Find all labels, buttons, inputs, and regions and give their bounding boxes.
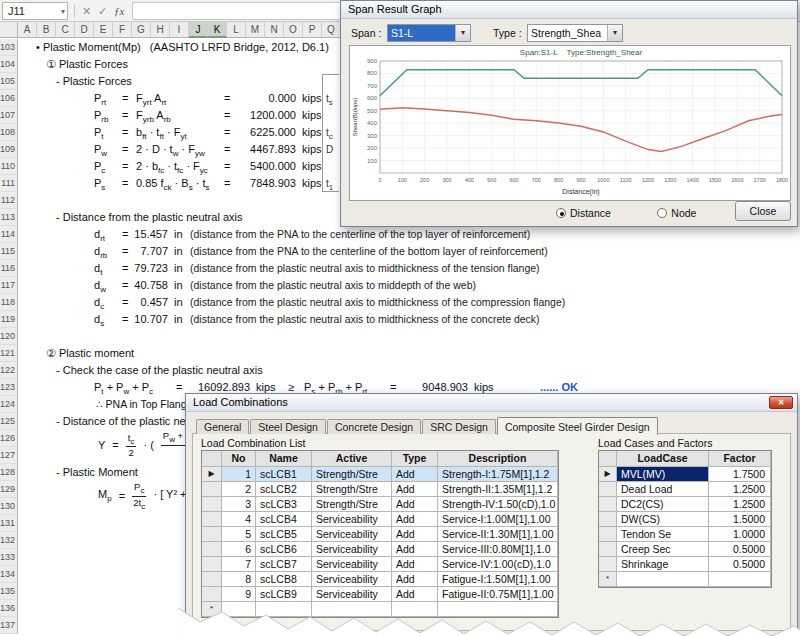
row-selector[interactable] xyxy=(202,572,222,587)
row-selector[interactable] xyxy=(202,527,222,542)
close-button[interactable]: Close xyxy=(735,201,791,221)
table-cell[interactable]: scLCB9 xyxy=(256,587,312,602)
row-selector[interactable] xyxy=(599,497,617,512)
sheet-row[interactable]: dc=0.457in(distance from the plastic neu… xyxy=(0,294,800,311)
column-header-Name[interactable]: Name xyxy=(256,451,312,467)
row-header-103[interactable]: 103 xyxy=(0,39,18,56)
table-cell[interactable]: Add xyxy=(392,527,438,542)
row-header-119[interactable]: 119 xyxy=(0,311,18,328)
table-cell[interactable]: 0.5000 xyxy=(709,542,771,557)
column-header-selector[interactable] xyxy=(202,451,222,467)
table-cell[interactable]: Strength/Stre xyxy=(312,497,392,512)
row-header-115[interactable]: 115 xyxy=(0,243,18,260)
table-cell[interactable]: DW(CS) xyxy=(617,512,709,527)
table-cell[interactable]: 1 xyxy=(222,467,256,482)
row-header-116[interactable]: 116 xyxy=(0,260,18,277)
row-header-124[interactable]: 124 xyxy=(0,396,18,413)
enter-icon[interactable]: ✓ xyxy=(98,3,107,19)
table-cell[interactable]: Serviceability xyxy=(312,572,392,587)
column-header-N[interactable]: N xyxy=(265,22,284,38)
row-selector[interactable] xyxy=(599,527,617,542)
table-cell[interactable]: Add xyxy=(392,512,438,527)
table-cell[interactable] xyxy=(312,602,392,617)
table-cell[interactable]: 2 xyxy=(222,482,256,497)
table-cell[interactable] xyxy=(256,602,312,617)
table-cell[interactable]: Strength-II:1.35M[1],1.2 xyxy=(438,482,558,497)
table-cell[interactable] xyxy=(222,602,256,617)
row-header-131[interactable]: 131 xyxy=(0,515,18,532)
row-header-129[interactable]: 129 xyxy=(0,481,18,498)
table-cell[interactable]: Shrinkage xyxy=(617,557,709,572)
table-cell[interactable]: Dead Load xyxy=(617,482,709,497)
column-header-Q[interactable]: Q xyxy=(322,22,341,38)
row-header-110[interactable]: 110 xyxy=(0,158,18,175)
table-cell[interactable]: Strength/Stre xyxy=(312,467,392,482)
row-header-132[interactable]: 132 xyxy=(0,532,18,549)
row-header-123[interactable]: 123 xyxy=(0,379,18,396)
table-cell[interactable]: Add xyxy=(392,572,438,587)
row-header-126[interactable]: 126 xyxy=(0,430,18,447)
row-selector[interactable]: * xyxy=(202,602,222,617)
table-cell[interactable]: Strength/Stre xyxy=(312,482,392,497)
table-cell[interactable] xyxy=(617,572,709,587)
lc-dialog-titlebar[interactable]: Load Combinations ✕ xyxy=(186,394,797,412)
table-cell[interactable]: 1.0000 xyxy=(709,527,771,542)
column-header-Description[interactable]: Description xyxy=(438,451,558,467)
row-header-125[interactable]: 125 xyxy=(0,413,18,430)
table-cell[interactable]: 5 xyxy=(222,527,256,542)
table-cell[interactable]: 1.5000 xyxy=(709,512,771,527)
table-cell[interactable]: Serviceability xyxy=(312,512,392,527)
tab-concrete-design[interactable]: Concrete Design xyxy=(327,419,421,434)
table-cell[interactable]: Add xyxy=(392,587,438,602)
column-header-K[interactable]: K xyxy=(208,22,227,38)
row-header-120[interactable]: 120 xyxy=(0,328,18,345)
table-cell[interactable]: 1.7500 xyxy=(709,467,771,482)
table-cell[interactable]: DC2(CS) xyxy=(617,497,709,512)
row-selector[interactable]: ▶ xyxy=(202,467,222,482)
chevron-down-icon[interactable]: ▼ xyxy=(607,25,622,41)
table-cell[interactable]: Strength-I:1.75M[1],1.2 xyxy=(438,467,558,482)
table-cell[interactable]: 0.5000 xyxy=(709,557,771,572)
row-header-112[interactable]: 112 xyxy=(0,192,18,209)
row-header-117[interactable]: 117 xyxy=(0,277,18,294)
column-header-B[interactable]: B xyxy=(37,22,56,38)
tab-general[interactable]: General xyxy=(196,419,249,434)
row-selector[interactable]: ▶ xyxy=(599,467,617,482)
row-header-136[interactable]: 136 xyxy=(0,600,18,617)
column-header-No[interactable]: No xyxy=(222,451,256,467)
close-icon[interactable]: ✕ xyxy=(769,396,793,409)
column-header-H[interactable]: H xyxy=(151,22,170,38)
table-cell[interactable]: Serviceability xyxy=(312,527,392,542)
row-selector[interactable] xyxy=(599,512,617,527)
table-cell[interactable]: scLCB5 xyxy=(256,527,312,542)
row-selector[interactable]: * xyxy=(599,572,617,587)
table-cell[interactable]: Fatigue-II:0.75M[1],1.00 xyxy=(438,587,558,602)
row-header-118[interactable]: 118 xyxy=(0,294,18,311)
table-cell[interactable] xyxy=(709,572,771,587)
table-cell[interactable]: 8 xyxy=(222,572,256,587)
column-header-J[interactable]: J xyxy=(189,22,208,38)
table-cell[interactable]: Add xyxy=(392,482,438,497)
column-header-Factor[interactable]: Factor xyxy=(709,451,771,467)
row-header-122[interactable]: 122 xyxy=(0,362,18,379)
table-cell[interactable]: Add xyxy=(392,467,438,482)
table-cell[interactable]: Add xyxy=(392,542,438,557)
row-header-104[interactable]: 104 xyxy=(0,56,18,73)
sheet-row[interactable]: drb=7.707in(distance from the PNA to the… xyxy=(0,243,800,260)
table-cell[interactable]: scLCB4 xyxy=(256,512,312,527)
sheet-row[interactable]: ② Plastic moment xyxy=(0,345,800,362)
table-cell[interactable]: scLCB2 xyxy=(256,482,312,497)
row-selector[interactable] xyxy=(599,557,617,572)
table-cell[interactable]: scLCB6 xyxy=(256,542,312,557)
row-selector[interactable] xyxy=(202,512,222,527)
table-cell[interactable]: Service-III:0.80M[1],1.0 xyxy=(438,542,558,557)
row-selector[interactable] xyxy=(599,542,617,557)
tab-src-design[interactable]: SRC Design xyxy=(422,419,496,434)
span-combobox[interactable]: S1-L ▼ xyxy=(387,24,471,42)
table-cell[interactable]: Add xyxy=(392,497,438,512)
row-header-105[interactable]: 105 xyxy=(0,73,18,90)
sheet-row[interactable]: ds=10.707in(distance from the plastic ne… xyxy=(0,311,800,328)
column-header-E[interactable]: E xyxy=(94,22,113,38)
sheet-row[interactable]: drt=15.457in(distance from the PNA to th… xyxy=(0,226,800,243)
table-cell[interactable]: scLCB7 xyxy=(256,557,312,572)
